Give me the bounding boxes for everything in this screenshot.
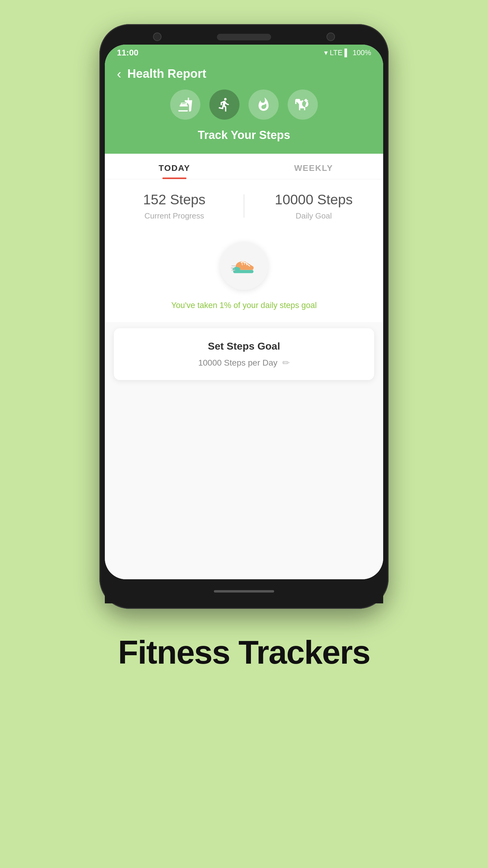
battery-icon: 100% [353, 49, 371, 57]
status-time: 11:00 [117, 48, 138, 58]
home-bar [214, 590, 274, 592]
status-bar: 11:00 ▾ LTE ▌ 100% [105, 44, 383, 61]
daily-goal-value: 10000 Steps [275, 191, 352, 208]
phone-speaker [217, 34, 271, 40]
phone-frame: 11:00 ▾ LTE ▌ 100% ‹ Health Report [99, 24, 389, 609]
current-progress-label: Current Progress [144, 211, 204, 221]
svg-point-4 [233, 267, 240, 271]
tab-today[interactable]: TODAY [105, 154, 244, 179]
track-title: Track Your Steps [198, 129, 290, 141]
stats-row: 152 Steps Current Progress 10000 Steps D… [105, 179, 383, 233]
current-progress-stat: 152 Steps Current Progress [105, 191, 244, 221]
steps-icon-section [105, 233, 383, 296]
fire-icon [256, 97, 271, 112]
water-icon [295, 97, 310, 112]
front-camera-left [153, 33, 161, 41]
tabs-row: TODAY WEEKLY [105, 154, 383, 179]
daily-goal-stat: 10000 Steps Daily Goal [244, 191, 383, 221]
app-header: ‹ Health Report [105, 61, 383, 84]
status-icons: ▾ LTE ▌ 100% [324, 49, 371, 57]
set-goal-card[interactable]: Set Steps Goal 10000 Steps per Day ✏ [114, 328, 374, 380]
signal-icon: ▾ LTE ▌ [324, 49, 350, 57]
phone-screen: 11:00 ▾ LTE ▌ 100% ‹ Health Report [105, 44, 383, 579]
page-wrapper: 11:00 ▾ LTE ▌ 100% ‹ Health Report [0, 0, 488, 868]
phone-top-bar [105, 30, 383, 44]
edit-icon[interactable]: ✏ [282, 358, 290, 368]
fire-tab[interactable] [249, 90, 279, 120]
back-button[interactable]: ‹ [117, 67, 121, 81]
header-title: Health Report [127, 67, 206, 81]
phone-bottom [105, 579, 383, 603]
current-progress-value: 152 Steps [143, 191, 205, 208]
front-camera-right [327, 33, 335, 41]
main-content: TODAY WEEKLY 152 Steps Current Progress … [105, 154, 383, 579]
steps-tab[interactable] [209, 90, 239, 120]
page-bottom-label: Fitness Trackers [118, 633, 370, 671]
steps-circle [220, 242, 268, 290]
running-shoe-icon [230, 252, 258, 279]
set-goal-value: 10000 Steps per Day ✏ [129, 358, 359, 368]
food-icon [178, 97, 193, 112]
set-goal-title: Set Steps Goal [129, 340, 359, 352]
icon-tabs [105, 84, 383, 129]
tab-weekly[interactable]: WEEKLY [244, 154, 383, 179]
water-tab[interactable] [288, 90, 318, 120]
steps-active-icon [217, 97, 232, 112]
track-title-section: Track Your Steps [105, 129, 383, 154]
food-tab[interactable] [170, 90, 200, 120]
progress-message: You've taken 1% of your daily steps goal [105, 296, 383, 322]
daily-goal-label: Daily Goal [296, 211, 332, 221]
